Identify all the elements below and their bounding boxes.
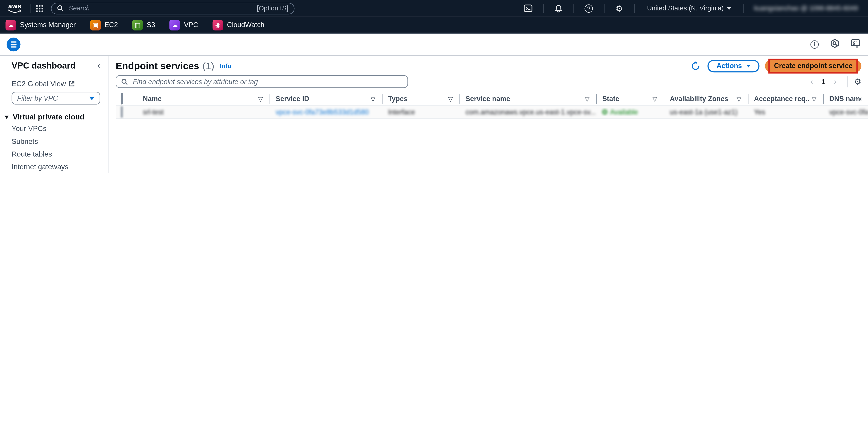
cell-service-id-link[interactable]: vpce-svc-0fa73e8b533d1d580 bbox=[270, 108, 382, 116]
help-icon[interactable]: ? bbox=[580, 4, 598, 12]
column-filter-icon[interactable]: ▽ bbox=[812, 95, 817, 103]
favorite-service-link[interactable]: ▥ S3 bbox=[132, 20, 155, 30]
favorite-service-link[interactable]: ☁ Systems Manager bbox=[5, 20, 75, 30]
favorite-service-link[interactable]: ◉ CloudWatch bbox=[213, 20, 265, 30]
table-settings-gear-icon[interactable]: ⚙ bbox=[854, 77, 862, 86]
status-available-icon bbox=[602, 109, 607, 115]
cell-service-name: com.amazonaws.vpce.us-east-1.vpce-sv... bbox=[460, 108, 596, 116]
divider bbox=[847, 76, 847, 87]
divider bbox=[543, 4, 543, 13]
select-all-checkbox[interactable] bbox=[121, 93, 123, 104]
favorites-bar: ☁ Systems Manager ▣ EC2 ▥ S3 ☁ VPC ◉ Clo… bbox=[0, 17, 868, 34]
cell-availability-zones: us-east-1a (use1-az1) bbox=[664, 108, 748, 116]
column-header[interactable]: State▽ bbox=[596, 93, 664, 105]
aws-console-screen: aws [Option+S] ? ⚙ United Stat bbox=[0, 0, 868, 173]
row-checkbox[interactable] bbox=[121, 106, 123, 118]
column-filter-icon[interactable]: ▽ bbox=[448, 95, 453, 103]
main-content: Endpoint services (1) Info Actions Creat… bbox=[108, 56, 868, 173]
divider bbox=[604, 4, 604, 13]
column-header[interactable]: Acceptance req...▽ bbox=[748, 93, 823, 105]
aws-smile-icon bbox=[8, 9, 22, 13]
vpc-filter-select[interactable]: Filter by VPC bbox=[11, 92, 100, 104]
sidebar-item[interactable]: Internet gateways bbox=[0, 160, 108, 173]
ec2-global-view-link[interactable]: EC2 Global View bbox=[0, 71, 108, 88]
table-header-row: Name▽ Service ID▽ Types▽ Service name▽ S… bbox=[116, 93, 868, 105]
favorite-service-label: S3 bbox=[147, 21, 155, 29]
next-page-button[interactable]: › bbox=[830, 77, 840, 86]
column-filter-icon[interactable]: ▽ bbox=[371, 95, 375, 103]
chevron-down-icon bbox=[727, 7, 732, 10]
divider bbox=[30, 4, 30, 13]
notifications-bell-icon[interactable] bbox=[549, 4, 568, 12]
column-filter-icon[interactable]: ▽ bbox=[258, 95, 263, 103]
search-icon bbox=[57, 5, 64, 11]
info-link[interactable]: Info bbox=[220, 62, 232, 69]
service-icon: ▣ bbox=[90, 20, 100, 30]
column-header[interactable]: DNS name bbox=[823, 93, 868, 105]
info-panel-icon[interactable]: i bbox=[810, 40, 819, 48]
external-link-icon bbox=[68, 81, 75, 87]
menu-hamburger-button[interactable] bbox=[6, 37, 20, 51]
aws-logo[interactable]: aws bbox=[8, 3, 22, 13]
search-icon bbox=[121, 78, 128, 85]
sidebar-item[interactable]: Your VPCs bbox=[0, 122, 108, 135]
refresh-button[interactable] bbox=[689, 59, 702, 73]
actions-button[interactable]: Actions bbox=[708, 60, 760, 72]
header-actions: Actions Create endpoint service bbox=[689, 59, 861, 73]
resource-count: (1) bbox=[203, 60, 214, 71]
service-icon: ◉ bbox=[213, 20, 223, 30]
sidebar-item[interactable]: Subnets bbox=[0, 135, 108, 148]
sidebar-item[interactable]: Route tables bbox=[0, 148, 108, 160]
service-icon: ▥ bbox=[132, 20, 143, 30]
topbar-right-controls: ? ⚙ United States (N. Virginia) kuangxia… bbox=[519, 4, 863, 13]
section-header-vpc[interactable]: Virtual private cloud bbox=[0, 113, 108, 122]
apps-grid-icon[interactable] bbox=[36, 5, 43, 12]
favorite-service-link[interactable]: ☁ VPC bbox=[169, 20, 198, 30]
service-icon: ☁ bbox=[169, 20, 180, 30]
header-checkbox-cell bbox=[116, 94, 137, 104]
chevron-down-icon bbox=[746, 64, 751, 67]
global-search-input[interactable] bbox=[67, 4, 253, 13]
column-header[interactable]: Availability Zones▽ bbox=[664, 93, 748, 105]
table-empty-space bbox=[108, 119, 868, 173]
table-filter-input[interactable] bbox=[132, 77, 402, 86]
column-header[interactable]: Types▽ bbox=[382, 93, 459, 105]
account-menu[interactable]: kuangxianchao @ 1096-8845-6049 bbox=[750, 4, 862, 12]
settings-gear-icon[interactable]: ⚙ bbox=[610, 4, 629, 12]
status-badge: Available bbox=[610, 108, 638, 116]
aws-logo-text: aws bbox=[8, 3, 22, 9]
favorite-service-label: CloudWatch bbox=[227, 21, 264, 29]
amazon-q-icon[interactable] bbox=[831, 39, 839, 50]
table-filter[interactable] bbox=[116, 75, 408, 88]
divider bbox=[574, 4, 574, 13]
column-filter-icon[interactable]: ▽ bbox=[652, 95, 657, 103]
region-selector[interactable]: United States (N. Virginia) bbox=[640, 4, 738, 12]
previous-page-button[interactable]: ‹ bbox=[807, 77, 817, 86]
page-body: VPC dashboard ‹ EC2 Global View Filter b… bbox=[0, 56, 868, 173]
sidebar-collapse-icon[interactable]: ‹ bbox=[97, 61, 100, 70]
cloudshell-panel-icon[interactable] bbox=[851, 39, 860, 50]
global-search-bar[interactable]: [Option+S] bbox=[51, 2, 294, 14]
column-header[interactable]: Name▽ bbox=[137, 93, 270, 105]
column-header[interactable]: Service ID▽ bbox=[270, 93, 382, 105]
cell-state: Available bbox=[596, 108, 664, 116]
current-page-number: 1 bbox=[819, 77, 828, 86]
favorite-service-link[interactable]: ▣ EC2 bbox=[90, 20, 118, 30]
column-filter-icon[interactable]: ▽ bbox=[585, 95, 590, 103]
cell-types: Interface bbox=[382, 108, 459, 116]
row-checkbox-cell bbox=[116, 107, 137, 117]
table-controls: ‹ 1 › ⚙ bbox=[116, 75, 861, 88]
column-filter-icon[interactable]: ▽ bbox=[737, 95, 741, 103]
region-label: United States (N. Virginia) bbox=[647, 4, 724, 12]
sidebar-navigation: VPC dashboard ‹ EC2 Global View Filter b… bbox=[0, 56, 108, 173]
page-title: Endpoint services bbox=[116, 60, 199, 71]
endpoint-services-table: Name▽ Service ID▽ Types▽ Service name▽ S… bbox=[116, 93, 868, 119]
table-row[interactable]: srl-test vpce-svc-0fa73e8b533d1d580 Inte… bbox=[116, 105, 868, 119]
favorite-service-label: Systems Manager bbox=[20, 21, 75, 29]
section-caret-icon bbox=[4, 116, 9, 119]
column-header[interactable]: Service name▽ bbox=[460, 93, 596, 105]
favorite-service-label: VPC bbox=[184, 21, 198, 29]
cell-dns-name: vpce-svc-0fa... bbox=[823, 108, 868, 116]
create-endpoint-service-button[interactable]: Create endpoint service bbox=[765, 60, 862, 72]
cloudshell-icon[interactable] bbox=[519, 4, 537, 12]
